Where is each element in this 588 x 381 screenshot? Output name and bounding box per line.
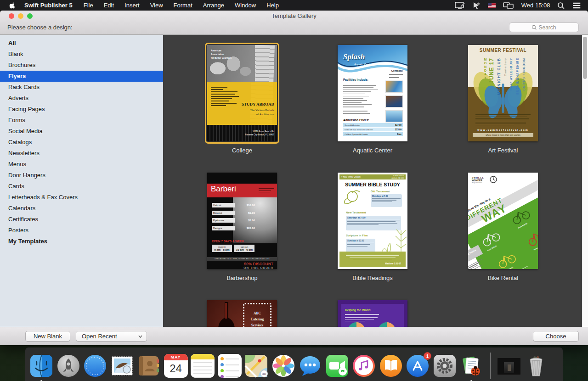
- dock-ibooks-icon[interactable]: [379, 354, 403, 378]
- dock-photos-icon[interactable]: [271, 354, 295, 378]
- calendar-day: 24: [164, 360, 188, 377]
- scrollbar-track[interactable]: [582, 35, 588, 327]
- barbershop-discount-sub: ON THIS ORDER: [243, 266, 273, 269]
- dock-notes-icon[interactable]: [191, 354, 215, 378]
- barbershop-red-band: Barberi: [207, 184, 277, 197]
- art-buckinghamshire: BUCKINGHAMSHIRE: [516, 58, 519, 95]
- template-card-bible[interactable]: † Holy Trinity Church 87 North TerraceAd…: [336, 173, 409, 281]
- dock-itunes-icon[interactable]: [352, 354, 376, 378]
- dock-finder-icon[interactable]: [29, 354, 53, 378]
- dock-trash-icon[interactable]: [524, 354, 548, 378]
- sidebar-item-rack-cards[interactable]: Rack Cards: [0, 82, 163, 93]
- sidebar-item-menus[interactable]: Menus: [0, 159, 163, 170]
- template-card-aquatic[interactable]: Splash Aquatic Center Contacts: Faciliti…: [336, 45, 409, 154]
- sidebar-item-newsletters[interactable]: Newsletters: [0, 148, 163, 159]
- sidebar-item-blank[interactable]: Blank: [0, 49, 163, 60]
- art-canterbury: Canterbury: [504, 58, 507, 76]
- aquatic-facilities-heading: Facilities Include:: [343, 78, 368, 81]
- placeholder-text-lines: [343, 84, 380, 115]
- menu-format[interactable]: Format: [174, 2, 192, 9]
- sidebar-item-posters[interactable]: Posters: [0, 225, 163, 236]
- menu-window[interactable]: Window: [235, 2, 256, 9]
- sidebar-item-social-media[interactable]: Social Media: [0, 126, 163, 137]
- art-monday: MONDAY: [483, 58, 487, 80]
- dock-calendar-icon[interactable]: MAY 24: [164, 354, 188, 378]
- dock-appstore-icon[interactable]: 1: [406, 354, 430, 378]
- aquatic-photo-3: [385, 110, 403, 122]
- template-thumbnail-barbershop[interactable]: Barberi Haircut$10.00 Blowout$9.00 Eyebr…: [207, 173, 277, 269]
- dock-swift-publisher-icon[interactable]: [459, 354, 483, 378]
- template-thumbnail-aquatic[interactable]: Splash Aquatic Center Contacts: Faciliti…: [338, 45, 407, 141]
- placeholder-text-lines: [389, 73, 403, 79]
- menu-edit[interactable]: Edit: [104, 2, 114, 9]
- sidebar-item-cards[interactable]: Cards: [0, 181, 163, 192]
- sidebar-item-adverts[interactable]: Adverts: [0, 93, 163, 104]
- price-row: General Admission$37.99: [343, 123, 403, 127]
- template-label: Barbershop: [205, 275, 279, 281]
- template-thumbnail-bible[interactable]: † Holy Trinity Church 87 North TerraceAd…: [338, 173, 407, 269]
- template-thumbnail-college[interactable]: American Association for Better Learners: [207, 45, 277, 141]
- menu-clock[interactable]: Wed 15:08: [521, 2, 550, 9]
- template-thumbnail-art-festival[interactable]: SUMMER FESTIVAL MONDAY JUNE 17 MIDNIGHT …: [468, 45, 538, 141]
- dock-facetime-icon[interactable]: [325, 354, 349, 378]
- sidebar-item-brochures[interactable]: Brochures: [0, 60, 163, 71]
- menu-arrange[interactable]: Arrange: [203, 2, 224, 9]
- scrollbar-thumb[interactable]: [583, 37, 587, 79]
- title-bar[interactable]: Template Gallery Please choose a design:…: [0, 11, 588, 35]
- dock-contacts-icon[interactable]: [137, 354, 161, 378]
- sidebar-item-facing-pages[interactable]: Facing Pages: [0, 104, 163, 115]
- menu-file[interactable]: File: [84, 2, 93, 9]
- input-language-flag-icon[interactable]: [488, 3, 496, 8]
- dock-minimized-window[interactable]: [497, 354, 521, 378]
- template-card-bike[interactable]: 2WHEEL WONDER Bicycle Rental Explore the…: [466, 173, 540, 281]
- menu-help[interactable]: Help: [266, 2, 279, 9]
- bible-title: SUMMER BIBLE STUDY: [338, 182, 407, 187]
- choose-button[interactable]: Choose: [533, 331, 579, 342]
- bible-verse: Matthew 3:31-37: [385, 263, 401, 265]
- notification-center-icon[interactable]: [572, 2, 582, 9]
- dock-launchpad-icon[interactable]: [57, 354, 80, 378]
- sidebar-item-door-hangers[interactable]: Door Hangers: [0, 170, 163, 181]
- menu-insert[interactable]: Insert: [124, 2, 140, 9]
- template-card-helping[interactable]: Helping the World: [336, 300, 409, 327]
- sidebar-item-flyers[interactable]: Flyers: [0, 71, 163, 82]
- app-name[interactable]: Swift Publisher 5: [24, 2, 73, 9]
- template-card-barbershop[interactable]: Barberi Haircut$10.00 Blowout$9.00 Eyebr…: [205, 173, 279, 281]
- template-thumbnail-catering[interactable]: ABC Catering Services: [207, 300, 277, 327]
- template-thumbnail-helping[interactable]: Helping the World: [338, 300, 407, 327]
- sidebar-item-forms[interactable]: Forms: [0, 115, 163, 126]
- displays-icon[interactable]: [503, 2, 514, 9]
- dock-mail-icon[interactable]: [110, 354, 134, 378]
- dock-safari-icon[interactable]: [83, 354, 107, 378]
- aquatic-subtitle: Aquatic Center: [354, 63, 373, 66]
- sidebar-item-certificates[interactable]: Certificates: [0, 214, 163, 225]
- sidebar-item-calendars[interactable]: Calendars: [0, 203, 163, 214]
- template-label: Art Festival: [466, 147, 540, 154]
- aquatic-admission-heading: Admission Prices:: [343, 118, 369, 122]
- dock-messages-icon[interactable]: [298, 354, 322, 378]
- cursor-status-icon[interactable]: [472, 2, 481, 9]
- barbershop-hours: mon-fri9 am - 8 pm sat-sun10 am - 6 pm: [212, 245, 254, 252]
- art-road: Road AYLESBURY: [509, 58, 513, 90]
- sidebar-item-all[interactable]: All: [0, 38, 163, 49]
- barbershop-strip-text: SPECIALIZED IN ALL MEN, WOMEN AND CHILDR…: [207, 257, 277, 261]
- dock-reminders-icon[interactable]: [218, 354, 242, 378]
- menu-view[interactable]: View: [150, 2, 163, 9]
- search-input[interactable]: Search: [509, 22, 579, 32]
- spotlight-icon[interactable]: [557, 2, 565, 9]
- sidebar-item-my-templates[interactable]: My Templates: [0, 236, 163, 247]
- sidebar-item-catalogs[interactable]: Catalogs: [0, 137, 163, 148]
- template-thumbnail-bike[interactable]: 2WHEEL WONDER Bicycle Rental Explore the…: [468, 173, 538, 269]
- college-yellow-band: STUDY ABROAD The Various Periods of Arch…: [207, 82, 277, 125]
- apple-menu-icon[interactable]: [9, 2, 16, 9]
- sidebar-item-letterheads[interactable]: Letterheads & Fax Covers: [0, 192, 163, 203]
- open-recent-dropdown[interactable]: Open Recent: [76, 331, 147, 342]
- template-card-art-festival[interactable]: SUMMER FESTIVAL MONDAY JUNE 17 MIDNIGHT …: [466, 45, 540, 154]
- dock-maps-icon[interactable]: 3D: [244, 354, 268, 378]
- template-card-college[interactable]: American Association for Better Learners: [205, 45, 279, 154]
- dock-system-preferences-icon[interactable]: [433, 354, 457, 378]
- template-card-catering[interactable]: ABC Catering Services: [205, 300, 279, 327]
- college-org-text: American Association for Better Learners: [211, 49, 232, 60]
- remote-display-icon[interactable]: [455, 2, 465, 9]
- new-blank-button[interactable]: New Blank: [25, 331, 70, 342]
